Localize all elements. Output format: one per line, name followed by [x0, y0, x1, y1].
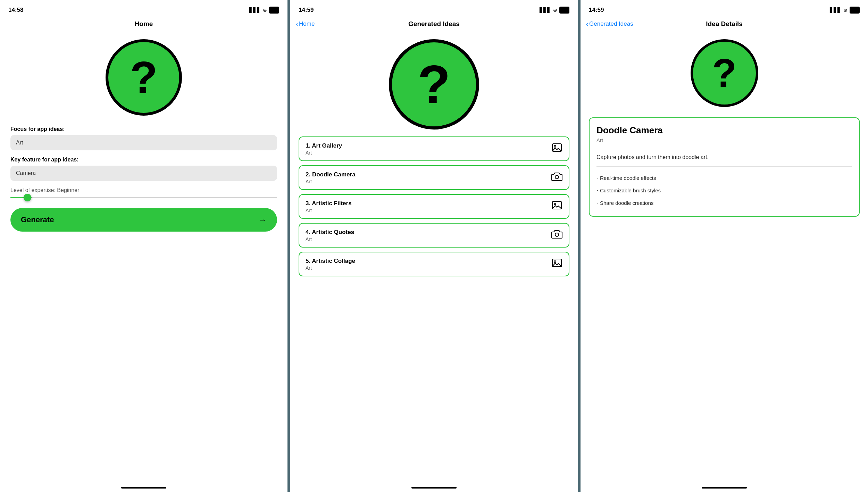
detail-description: Capture photos and turn them into doodle…	[596, 153, 852, 167]
detail-title: Doodle Camera	[596, 125, 852, 136]
status-icons-2: ▋▋▋ ⊛ 5G	[540, 7, 569, 14]
detail-card: Doodle Camera Art Capture photos and tur…	[589, 117, 860, 217]
signal-icon: ▋▋▋	[249, 7, 261, 13]
nav-bar-1: Home	[0, 18, 287, 32]
detail-features-list: Real-time doodle effects Customizable br…	[596, 172, 852, 209]
battery-3: 5G	[850, 7, 860, 14]
question-icon-detail	[589, 39, 860, 107]
nav-bar-2: ‹ Home Generated Ideas	[290, 18, 578, 32]
image-icon-2	[551, 200, 562, 213]
image-icon-1	[551, 142, 562, 156]
idea-cat-2: Art	[306, 179, 356, 184]
time-3: 14:59	[589, 7, 604, 14]
slider-thumb[interactable]	[24, 194, 31, 201]
idea-text-5: 5. Artistic Collage Art	[306, 258, 355, 271]
status-bar-1: 14:58 ▋▋▋ ⊛ 5G	[0, 0, 287, 18]
back-label-3: Generated Ideas	[589, 20, 633, 27]
idea-item-3[interactable]: 3. Artistic Filters Art	[299, 194, 569, 219]
nav-title-2: Generated Ideas	[408, 20, 460, 28]
generate-button[interactable]: Generate →	[10, 208, 277, 232]
screen-idea-details: 14:59 ▋▋▋ ⊛ 5G ‹ Generated Ideas Idea De…	[581, 0, 868, 492]
idea-item-5[interactable]: 5. Artistic Collage Art	[299, 252, 569, 276]
focus-label: Focus for app ideas:	[10, 126, 277, 132]
battery-1: 5G	[269, 7, 279, 14]
divider-1	[287, 0, 290, 492]
svg-point-4	[554, 203, 556, 205]
feature-label: Key feature for app ideas:	[10, 157, 277, 163]
question-mark-circle-2	[389, 39, 479, 130]
idea-item-1[interactable]: 1. Art Gallery Art	[299, 136, 569, 161]
status-icons-3: ▋▋▋ ⊛ 5G	[830, 7, 860, 14]
battery-2: 5G	[559, 7, 569, 14]
feature-input[interactable]	[10, 166, 277, 181]
nav-title-1: Home	[135, 20, 153, 28]
question-icon-ideas	[299, 39, 569, 130]
focus-input[interactable]	[10, 135, 277, 150]
divider-2	[578, 0, 581, 492]
time-1: 14:58	[8, 7, 23, 14]
expertise-slider-wrap	[10, 197, 277, 198]
feature-item-2: Customizable brush styles	[596, 184, 852, 197]
back-label-2: Home	[299, 20, 315, 27]
generate-label: Generate	[21, 215, 54, 224]
camera-icon-1	[551, 171, 562, 184]
idea-title-3: 3. Artistic Filters	[306, 200, 352, 207]
svg-point-7	[554, 261, 556, 262]
back-chevron-2: ‹	[296, 20, 298, 28]
status-bar-3: 14:59 ▋▋▋ ⊛ 5G	[581, 0, 868, 18]
wifi-icon: ⊛	[263, 7, 267, 13]
screen1-content: Focus for app ideas: Key feature for app…	[0, 32, 287, 483]
wifi-icon-3: ⊛	[843, 7, 848, 13]
svg-point-5	[555, 233, 559, 236]
camera-icon-2	[551, 228, 562, 242]
back-chevron-3: ‹	[586, 20, 588, 28]
idea-item-2[interactable]: 2. Doodle Camera Art	[299, 165, 569, 190]
status-icons-1: ▋▋▋ ⊛ 5G	[249, 7, 279, 14]
signal-icon-3: ▋▋▋	[830, 7, 841, 13]
home-indicator-2	[411, 487, 457, 489]
question-icon-home	[106, 39, 182, 116]
home-indicator-3	[702, 487, 747, 489]
time-2: 14:59	[299, 7, 314, 14]
idea-text-2: 2. Doodle Camera Art	[306, 171, 356, 184]
slider-track	[10, 197, 277, 198]
wifi-icon-2: ⊛	[553, 7, 557, 13]
feature-group: Key feature for app ideas:	[10, 157, 277, 181]
expertise-label: Level of expertise: Beginner	[10, 187, 277, 193]
question-mark-circle-3	[691, 39, 758, 107]
screen-generated-ideas: 14:59 ▋▋▋ ⊛ 5G ‹ Home Generated Ideas 1.…	[290, 0, 578, 492]
image-icon-3	[551, 257, 562, 271]
nav-title-3: Idea Details	[706, 20, 743, 28]
idea-cat-1: Art	[306, 150, 342, 156]
idea-text-4: 4. Artistic Quotes Art	[306, 229, 354, 242]
feature-item-1: Real-time doodle effects	[596, 172, 852, 184]
signal-icon-2: ▋▋▋	[540, 7, 551, 13]
svg-point-1	[554, 145, 556, 147]
focus-group: Focus for app ideas:	[10, 126, 277, 150]
detail-category: Art	[596, 137, 852, 148]
feature-item-3: Share doodle creations	[596, 197, 852, 209]
idea-title-2: 2. Doodle Camera	[306, 171, 356, 178]
idea-item-4[interactable]: 4. Artistic Quotes Art	[299, 223, 569, 248]
idea-cat-4: Art	[306, 236, 354, 242]
expertise-group: Level of expertise: Beginner	[10, 187, 277, 198]
arrow-icon: →	[258, 215, 267, 225]
idea-title-4: 4. Artistic Quotes	[306, 229, 354, 236]
idea-cat-5: Art	[306, 265, 355, 271]
screen2-content: 1. Art Gallery Art 2. Doodle Camera Art	[290, 32, 578, 483]
idea-text-3: 3. Artistic Filters Art	[306, 200, 352, 213]
home-indicator-1	[121, 487, 166, 489]
question-mark-circle-1	[106, 39, 182, 116]
back-button-2[interactable]: ‹ Home	[296, 20, 315, 28]
status-bar-2: 14:59 ▋▋▋ ⊛ 5G	[290, 0, 578, 18]
nav-bar-3: ‹ Generated Ideas Idea Details	[581, 18, 868, 32]
screen3-content: Doodle Camera Art Capture photos and tur…	[581, 32, 868, 483]
idea-title-5: 5. Artistic Collage	[306, 258, 355, 265]
screen-home: 14:58 ▋▋▋ ⊛ 5G Home Focus for app ideas:…	[0, 0, 287, 492]
idea-cat-3: Art	[306, 208, 352, 213]
svg-point-2	[555, 175, 559, 179]
back-button-3[interactable]: ‹ Generated Ideas	[586, 20, 633, 28]
idea-title-1: 1. Art Gallery	[306, 142, 342, 149]
idea-text-1: 1. Art Gallery Art	[306, 142, 342, 156]
